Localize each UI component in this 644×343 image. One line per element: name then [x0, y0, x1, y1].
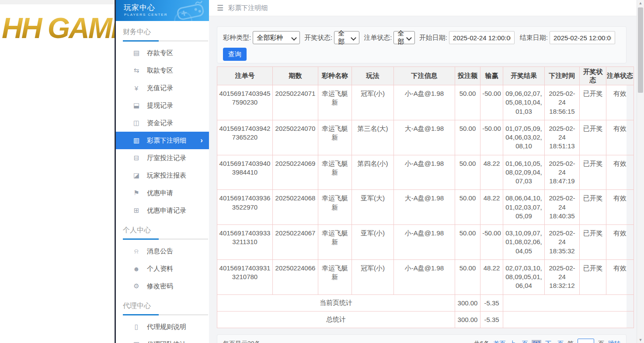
cell-win_loss: -50.00: [480, 120, 503, 155]
sidebar-item-promo-apply-record[interactable]: ⊞优惠申请记录: [116, 202, 209, 219]
sidebar-item-message-announcement[interactable]: ⍾消息公告: [116, 242, 209, 260]
scroll-down-arrow[interactable]: ▼: [637, 338, 644, 342]
start-date-input[interactable]: [449, 31, 515, 44]
cell-order_status: 有效: [606, 225, 634, 260]
cell-bet_time: 2025-02-24 18:35:32: [545, 225, 580, 260]
cell-lottery: 幸运飞艇新: [318, 259, 352, 294]
sidebar-item-label: 资金记录: [147, 119, 173, 127]
order-status-select[interactable]: 全部: [393, 31, 414, 44]
summary-empty: [503, 294, 634, 311]
summary-amount: 300.00: [455, 311, 480, 328]
cell-bet_time: 2025-02-24 18:56:15: [545, 85, 580, 120]
table-body: 40156917403945759023020250224071幸运飞艇新冠军(…: [217, 85, 634, 328]
sidebar-item-funds-record[interactable]: ◫资金记录: [116, 114, 209, 132]
hh-game-logo: HH GAME: [2, 11, 115, 45]
sidebar-item-withdraw-zone[interactable]: ⇆取款专区: [116, 62, 209, 79]
cell-draw_status: 已开奖: [580, 259, 606, 294]
cell-draw_status: 已开奖: [580, 155, 606, 190]
cell-order_no: 401569174039333211310: [217, 225, 273, 260]
cell-bet_info: 小-A盘@1.98: [394, 225, 455, 260]
draw-status-label: 开奖状态:: [304, 34, 332, 42]
sidebar-item-agent-rules[interactable]: ▯代理规则说明: [116, 318, 209, 336]
sidebar-item-deposit-zone[interactable]: ▤存款专区: [116, 44, 209, 62]
table-header-row: 注单号期数彩种名称玩法下注信息投注额输赢开奖结果下注时间开奖状态注单状态: [217, 67, 634, 85]
draw-status-value: 全部: [338, 29, 349, 46]
hall-list-icon: ⊟: [132, 154, 141, 162]
cell-period: 20250224068: [273, 190, 318, 225]
cell-result: 01,07,05,09,04,06,03,02,08,10: [503, 120, 545, 155]
sidebar-item-promo-apply[interactable]: ⚑优惠申请: [116, 184, 209, 202]
menu-icon[interactable]: ☰: [217, 4, 223, 13]
pagination-bar: 每页显示20条 共6条 首页 上一页 [1] 下一页 第 页 跳转: [217, 334, 627, 343]
sidebar-item-label: 提现记录: [147, 102, 173, 110]
section-underline: [123, 40, 208, 42]
cell-order_no: 401569174039457590230: [217, 85, 273, 120]
sidebar-item-label: 修改密码: [147, 282, 173, 290]
end-date-input[interactable]: [550, 31, 615, 44]
page-number-input[interactable]: [578, 339, 594, 343]
jump-suffix-label: 页: [598, 340, 604, 343]
document-icon: ▯: [132, 323, 141, 331]
sidebar-item-change-password[interactable]: ⚙修改密码: [116, 277, 209, 295]
section-title: 财务中心: [116, 27, 209, 37]
cell-order_status: 有效: [606, 155, 634, 190]
current-page-indicator: [1]: [532, 340, 541, 343]
cell-lottery: 幸运飞艇新: [318, 120, 352, 155]
cell-win_loss: -50.00: [480, 85, 503, 120]
end-date-label: 结束日期:: [520, 34, 548, 42]
cell-order_no: 401569174039427365220: [217, 120, 273, 155]
cell-amount: 50.00: [455, 120, 480, 155]
summary-empty: [503, 311, 634, 328]
column-header: 输赢: [480, 67, 503, 85]
person-icon: ☻: [132, 265, 141, 273]
table-row: 40156917403933321131020250224067幸运飞艇新亚军(…: [217, 225, 634, 260]
search-button[interactable]: 查询: [223, 48, 247, 61]
lottery-type-value: 全部彩种: [257, 34, 283, 42]
sidebar-item-player-bet-report[interactable]: ◪玩家投注报表: [116, 167, 209, 184]
summary-label: 总统计: [217, 311, 455, 328]
sidebar-section: 个人中心⍾消息公告☻个人资料⚙修改密码: [116, 219, 209, 295]
background-page: HH GAME: [0, 0, 115, 343]
column-header: 注单状态: [606, 67, 634, 85]
sidebar-item-label: 消息公告: [147, 247, 173, 256]
sidebar-menu: 财务中心▤存款专区⇆取款专区¥充值记录⬓提现记录◫资金记录▥彩票下注明细›⊟厅室…: [116, 21, 209, 343]
topbar: ☰ 彩票下注明细: [209, 0, 644, 16]
jump-button[interactable]: 跳转: [608, 340, 620, 343]
column-header: 投注额: [455, 67, 480, 85]
sidebar-item-agent-team-stats[interactable]: ▦代理团队统计: [116, 336, 209, 343]
cell-play: 冠军(小): [352, 259, 394, 294]
order-status-value: 全部: [397, 29, 404, 46]
report-chart-icon: ◪: [132, 172, 141, 179]
vertical-scrollbar[interactable]: ▲ ▼: [637, 0, 644, 343]
cell-play: 亚军(大): [352, 190, 394, 225]
cell-bet_time: 2025-02-24 18:40:35: [545, 190, 580, 225]
lottery-type-label: 彩种类型:: [223, 34, 251, 42]
sidebar-item-label: 代理规则说明: [147, 323, 186, 331]
gamepad-icon: [173, 0, 208, 21]
cell-bet_time: 2025-02-24 18:47:19: [545, 155, 580, 190]
next-page-link[interactable]: 下一页: [545, 340, 564, 343]
sidebar-item-label: 优惠申请: [147, 189, 173, 197]
cell-order_no: 401569174039313210780: [217, 259, 273, 294]
cell-lottery: 幸运飞艇新: [318, 85, 352, 120]
scroll-up-arrow[interactable]: ▲: [637, 1, 644, 5]
sidebar-item-hall-bet-record[interactable]: ⊟厅室投注记录: [116, 149, 209, 167]
sidebar-item-personal-profile[interactable]: ☻个人资料: [116, 260, 209, 277]
promo-list-icon: ⊞: [132, 206, 141, 214]
cell-result: 03,10,09,07,01,08,02,06,04,05: [503, 225, 545, 260]
table-row: 40156917403945759023020250224071幸运飞艇新冠军(…: [217, 85, 634, 120]
sidebar-item-recharge-record[interactable]: ¥充值记录: [116, 79, 209, 97]
cell-result: 09,06,02,07,05,08,10,04,01,03: [503, 85, 545, 120]
cell-order_no: 401569174039363522970: [217, 190, 273, 225]
sidebar-item-withdraw-record[interactable]: ⬓提现记录: [116, 97, 209, 114]
sidebar-item-lottery-bet-detail[interactable]: ▥彩票下注明细›: [116, 132, 209, 149]
cell-amount: 50.00: [455, 225, 480, 260]
scrollbar-thumb[interactable]: [638, 7, 643, 93]
summary-row: 总统计300.00-5.35: [217, 311, 634, 328]
cell-draw_status: 已开奖: [580, 85, 606, 120]
lottery-type-select[interactable]: 全部彩种: [253, 31, 300, 44]
draw-status-select[interactable]: 全部: [334, 31, 359, 44]
first-page-link[interactable]: 首页: [493, 340, 505, 343]
sidebar-item-label: 代理团队统计: [147, 340, 186, 343]
prev-page-link[interactable]: 上一页: [509, 340, 528, 343]
